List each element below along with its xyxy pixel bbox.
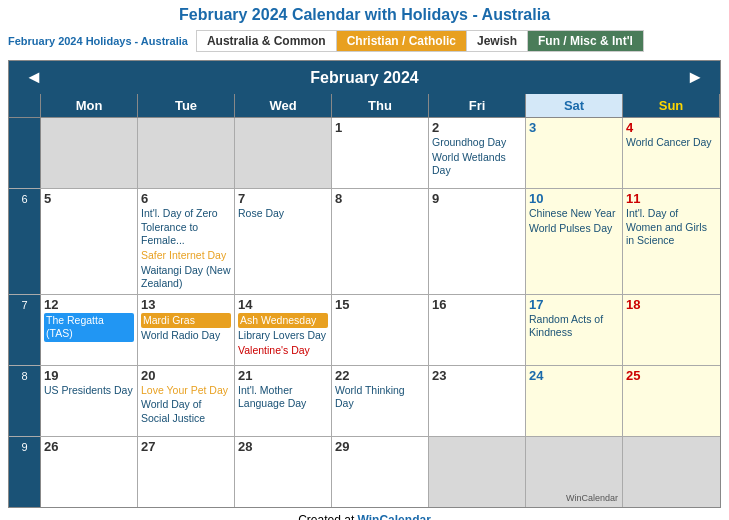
day-cell-empty-3 — [235, 118, 332, 188]
day-num: 24 — [529, 368, 619, 383]
event-mardi-gras: Mardi Gras — [141, 313, 231, 329]
event: Love Your Pet Day — [141, 384, 231, 398]
day-num: 11 — [626, 191, 717, 206]
event: Waitangi Day (New Zealand) — [141, 264, 231, 291]
day-cell-feb9: 9 — [429, 189, 526, 294]
day-num: 25 — [626, 368, 717, 383]
event: Int'l. Day of Zero Tolerance to Female..… — [141, 207, 231, 248]
tab-fun[interactable]: Fun / Misc & Int'l — [527, 30, 644, 52]
calendar-month-title: February 2024 — [310, 69, 419, 87]
event: Random Acts of Kindness — [529, 313, 619, 340]
week-row-9: 9 26 27 28 29 WinCalendar — [9, 437, 720, 507]
week-num-9: 9 — [9, 437, 41, 507]
day-header-sat: Sat — [526, 94, 623, 117]
day-cell-feb3: 3 — [526, 118, 623, 188]
tab-christian[interactable]: Christian / Catholic — [336, 30, 466, 52]
day-cell-feb22: 22 World Thinking Day — [332, 366, 429, 436]
day-cell-feb11: 11 Int'l. Day of Women and Girls in Scie… — [623, 189, 720, 294]
day-header-mon: Mon — [41, 94, 138, 117]
event: World Cancer Day — [626, 136, 717, 150]
day-cell-feb13: 13 Mardi Gras World Radio Day — [138, 295, 235, 365]
day-num: 28 — [238, 439, 328, 454]
day-num: 2 — [432, 120, 522, 135]
day-num: 1 — [335, 120, 425, 135]
tab-jewish[interactable]: Jewish — [466, 30, 527, 52]
day-cell-feb24: 24 — [526, 366, 623, 436]
day-cell-empty-1 — [41, 118, 138, 188]
tab-australia[interactable]: Australia & Common — [196, 30, 336, 52]
day-num: 13 — [141, 297, 231, 312]
day-header-tue: Tue — [138, 94, 235, 117]
day-cell-feb29: 29 — [332, 437, 429, 507]
event: US Presidents Day — [44, 384, 134, 398]
day-num: 17 — [529, 297, 619, 312]
day-cell-feb28: 28 — [235, 437, 332, 507]
footer-credit-text: Created at — [298, 513, 357, 520]
day-num: 9 — [432, 191, 522, 206]
week-row-1: 1 2 Groundhog Day World Wetlands Day 3 4… — [9, 118, 720, 189]
day-num: 21 — [238, 368, 328, 383]
day-num: 23 — [432, 368, 522, 383]
day-num: 27 — [141, 439, 231, 454]
week-num-header — [9, 94, 41, 117]
wincalendar-credit: WinCalendar — [566, 493, 618, 503]
event: Chinese New Year — [529, 207, 619, 221]
day-cell-feb27: 27 — [138, 437, 235, 507]
day-cell-feb21: 21 Int'l. Mother Language Day — [235, 366, 332, 436]
day-cell-empty-sat: WinCalendar — [526, 437, 623, 507]
day-num: 8 — [335, 191, 425, 206]
day-num: 10 — [529, 191, 619, 206]
day-num: 4 — [626, 120, 717, 135]
week-row-8: 8 19 US Presidents Day 20 Love Your Pet … — [9, 366, 720, 437]
week-num-7: 7 — [9, 295, 41, 365]
week-num-8: 8 — [9, 366, 41, 436]
week-row-7: 7 12 The Regatta (TAS) 13 Mardi Gras Wor… — [9, 295, 720, 366]
day-num: 26 — [44, 439, 134, 454]
day-cell-empty-fri — [429, 437, 526, 507]
day-cell-feb14: 14 Ash Wednesday Library Lovers Day Vale… — [235, 295, 332, 365]
week-num-1 — [9, 118, 41, 188]
event: Groundhog Day — [432, 136, 522, 150]
next-month-button[interactable]: ► — [682, 67, 708, 88]
day-header-thu: Thu — [332, 94, 429, 117]
day-cell-empty-2 — [138, 118, 235, 188]
page-wrapper: February 2024 Calendar with Holidays - A… — [0, 0, 729, 520]
day-num: 19 — [44, 368, 134, 383]
day-cell-feb12: 12 The Regatta (TAS) — [41, 295, 138, 365]
day-num: 6 — [141, 191, 231, 206]
day-cell-feb7: 7 Rose Day — [235, 189, 332, 294]
day-header-sun: Sun — [623, 94, 720, 117]
event: Int'l. Mother Language Day — [238, 384, 328, 411]
day-cell-feb23: 23 — [429, 366, 526, 436]
day-cell-feb4: 4 World Cancer Day — [623, 118, 720, 188]
event: Int'l. Day of Women and Girls in Science — [626, 207, 717, 248]
event-valentines: Valentine's Day — [238, 344, 328, 358]
day-cell-feb16: 16 — [429, 295, 526, 365]
day-num: 18 — [626, 297, 717, 312]
day-header-fri: Fri — [429, 94, 526, 117]
day-cell-feb18: 18 — [623, 295, 720, 365]
event: World Day of Social Justice — [141, 398, 231, 425]
calendar-header: ◄ February 2024 ► — [9, 61, 720, 94]
event: Library Lovers Day — [238, 329, 328, 343]
day-num: 15 — [335, 297, 425, 312]
day-cell-feb26: 26 — [41, 437, 138, 507]
day-num: 16 — [432, 297, 522, 312]
day-num: 5 — [44, 191, 134, 206]
day-cell-feb25: 25 — [623, 366, 720, 436]
day-num: 22 — [335, 368, 425, 383]
prev-month-button[interactable]: ◄ — [21, 67, 47, 88]
event: World Thinking Day — [335, 384, 425, 411]
event-ash-wednesday: Ash Wednesday — [238, 313, 328, 329]
day-cell-feb19: 19 US Presidents Day — [41, 366, 138, 436]
week-num-6: 6 — [9, 189, 41, 294]
day-cell-feb5: 5 — [41, 189, 138, 294]
page-title: February 2024 Calendar with Holidays - A… — [8, 6, 721, 24]
day-num: 12 — [44, 297, 134, 312]
event: World Pulses Day — [529, 222, 619, 236]
day-headers: Mon Tue Wed Thu Fri Sat Sun — [9, 94, 720, 118]
day-cell-feb20: 20 Love Your Pet Day World Day of Social… — [138, 366, 235, 436]
wincalendar-link[interactable]: WinCalendar — [358, 513, 431, 520]
event: World Radio Day — [141, 329, 231, 343]
day-cell-feb1: 1 — [332, 118, 429, 188]
